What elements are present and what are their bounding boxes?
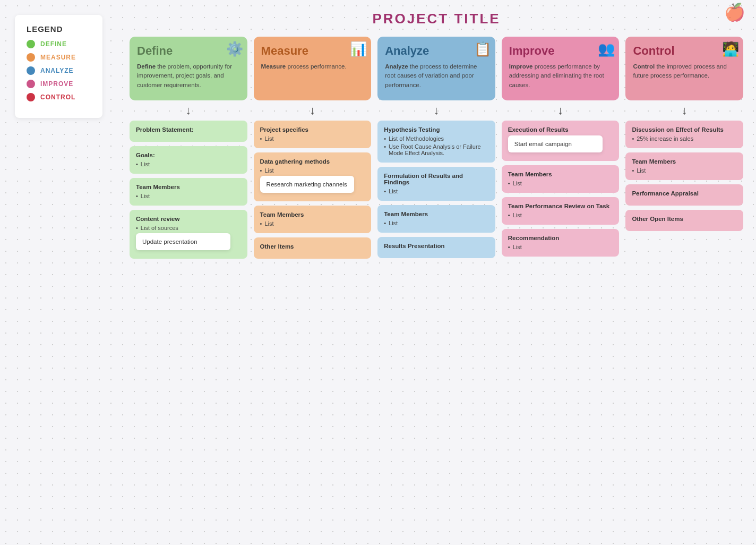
list-item-improve-1-0: List (508, 180, 613, 186)
header-card-control: Control 🧑‍💻 Control the improved process… (625, 37, 743, 100)
header-card-define: Define ⚙️ Define the problem, opportunit… (130, 37, 247, 100)
columns-wrapper: Define ⚙️ Define the problem, opportunit… (130, 37, 743, 263)
list-item-control-1-0: List (632, 167, 737, 174)
section-card-define-3: Content reviewList of sourcesUpdate pres… (130, 210, 247, 259)
card-icon-control: 🧑‍💻 (722, 41, 739, 57)
list-item-define-1-0: List (136, 161, 241, 167)
section-card-improve-0: Execution of ResultsStart email campaign (502, 121, 620, 161)
list-item-measure-2-0: List (260, 220, 365, 227)
legend-label: IMPROVE (40, 80, 73, 88)
arrow-improve: ↓ (557, 105, 563, 116)
legend-dot (27, 53, 35, 62)
section-card-control-2: Performance Appraisal (625, 184, 743, 206)
section-title-measure-2: Team Members (260, 211, 365, 218)
card-title-improve: Improve (509, 44, 612, 58)
sticky-note-improve-0[interactable]: Start email campaign (508, 135, 603, 152)
arrow-define: ↓ (185, 105, 191, 116)
section-card-analyze-3: Results Presentation (377, 237, 495, 258)
header-card-improve: Improve 👥 Improve process performance by… (502, 37, 620, 100)
sticky-note-measure-1[interactable]: Research marketing channels (260, 176, 355, 193)
section-title-analyze-1: Formulation of Results and Findings (384, 173, 489, 185)
column-control: Control 🧑‍💻 Control the improved process… (625, 37, 743, 235)
section-title-improve-0: Execution of Results (508, 126, 613, 133)
card-title-analyze: Analyze (385, 44, 488, 58)
card-icon-define: ⚙️ (226, 41, 243, 57)
list-item-improve-2-0: List (508, 212, 613, 218)
arrow-analyze: ↓ (433, 105, 439, 116)
project-title: PROJECT TITLE (130, 11, 743, 27)
section-title-define-2: Team Members (136, 184, 241, 190)
card-title-measure: Measure (261, 44, 364, 58)
card-title-control: Control (633, 44, 736, 58)
main-content: PROJECT TITLE Define ⚙️ Define the probl… (117, 0, 756, 279)
card-body-control: Control the improved process and future … (633, 62, 736, 81)
header-card-measure: Measure 📊 Measure process performance. (254, 37, 372, 100)
legend-item-analyze: ANALYZE (27, 66, 91, 75)
card-icon-measure: 📊 (350, 41, 367, 57)
list-item-analyze-1-0: List (384, 188, 489, 194)
section-card-define-0: Problem Statement: (130, 121, 247, 142)
card-icon-improve: 👥 (598, 41, 615, 57)
section-title-measure-3: Other Items (260, 243, 365, 250)
card-body-measure: Measure process performance. (261, 62, 364, 71)
list-item-control-0-0: 25% increase in sales (632, 135, 737, 142)
section-card-analyze-1: Formulation of Results and FindingsList (377, 167, 495, 201)
legend: LEGEND DEFINE MEASURE ANALYZE IMPROVE CO… (15, 15, 102, 118)
legend-dot (27, 66, 35, 75)
legend-title: LEGEND (27, 24, 91, 33)
list-item-define-3-0: List of sources (136, 225, 241, 231)
list-item-measure-0-0: List (260, 135, 365, 142)
column-analyze: Analyze 📋 Analyze the process to determi… (377, 37, 495, 262)
section-title-control-2: Performance Appraisal (632, 190, 737, 197)
legend-item-measure: MEASURE (27, 53, 91, 62)
section-title-analyze-0: Hypothesis Testing (384, 126, 489, 133)
section-title-improve-3: Recommendation (508, 235, 613, 241)
section-title-improve-2: Team Performance Review on Task (508, 203, 613, 209)
section-title-control-1: Team Members (632, 158, 737, 165)
section-card-measure-0: Project specificsList (254, 121, 372, 148)
section-title-measure-0: Project specifics (260, 126, 365, 133)
column-improve: Improve 👥 Improve process performance by… (502, 37, 620, 261)
section-card-define-2: Team MembersList (130, 178, 247, 206)
list-item-define-2-0: List (136, 193, 241, 199)
list-item-analyze-0-0: List of Methodologies (384, 135, 489, 142)
sticky-note-define-3[interactable]: Update presentation (136, 233, 230, 250)
section-card-control-1: Team MembersList (625, 152, 743, 180)
section-card-improve-2: Team Performance Review on TaskList (502, 197, 620, 225)
legend-item-control: CONTROL (27, 93, 91, 101)
card-title-define: Define (137, 44, 240, 58)
section-title-define-1: Goals: (136, 152, 241, 158)
section-title-analyze-3: Results Presentation (384, 243, 489, 249)
list-item-measure-1-0: List (260, 167, 365, 174)
card-body-analyze: Analyze the process to determine root ca… (385, 62, 488, 90)
arrow-measure: ↓ (310, 105, 315, 116)
card-body-improve: Improve process performance by addressin… (509, 62, 612, 90)
section-card-measure-3: Other Items (254, 237, 372, 259)
header-card-analyze: Analyze 📋 Analyze the process to determi… (377, 37, 495, 100)
legend-item-improve: IMPROVE (27, 80, 91, 88)
section-card-improve-3: RecommendationList (502, 229, 620, 257)
column-measure: Measure 📊 Measure process performance. ↓… (254, 37, 372, 263)
section-card-measure-2: Team MembersList (254, 206, 372, 233)
section-card-define-1: Goals:List (130, 146, 247, 174)
section-card-control-3: Other Open Items (625, 210, 743, 231)
column-define: Define ⚙️ Define the problem, opportunit… (130, 37, 247, 263)
legend-dot (27, 40, 35, 48)
arrow-control: ↓ (682, 105, 688, 116)
legend-item-define: DEFINE (27, 40, 91, 48)
card-body-define: Define the problem, opportunity for impr… (137, 62, 240, 90)
section-card-analyze-0: Hypothesis TestingList of MethodologiesU… (377, 121, 495, 163)
legend-label: MEASURE (40, 54, 76, 61)
list-item-improve-3-0: List (508, 244, 613, 250)
card-icon-analyze: 📋 (474, 41, 491, 57)
legend-label: DEFINE (40, 40, 67, 48)
section-title-control-3: Other Open Items (632, 216, 737, 222)
section-card-control-0: Discussion on Effect of Results25% incre… (625, 121, 743, 148)
section-title-control-0: Discussion on Effect of Results (632, 126, 737, 133)
section-card-improve-1: Team MembersList (502, 165, 620, 193)
legend-dot (27, 80, 35, 88)
list-item-analyze-0-1: Use Root Cause Analysis or Failure Mode … (384, 143, 489, 156)
section-title-improve-1: Team Members (508, 171, 613, 177)
section-title-define-0: Problem Statement: (136, 126, 241, 133)
list-item-analyze-2-0: List (384, 220, 489, 226)
